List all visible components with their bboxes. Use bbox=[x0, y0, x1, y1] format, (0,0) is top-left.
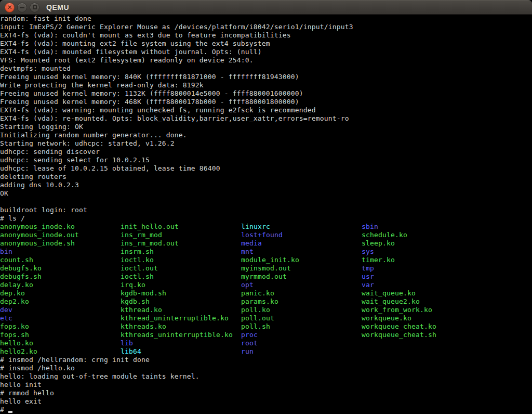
terminal-line: # rmmod hello bbox=[0, 389, 532, 397]
terminal-text-segment: # insmod /hello.ko bbox=[0, 364, 75, 372]
terminal-text-segment: EXT4-fs (vda): couldn't mount as ext3 du… bbox=[0, 31, 291, 40]
terminal-line: # insmod /hellrandom: crng init done bbox=[0, 356, 532, 364]
titlebar[interactable]: ✕ QEMU bbox=[0, 0, 532, 15]
close-icon: ✕ bbox=[7, 4, 12, 10]
terminal-text-segment: workqueue_cheat.ko bbox=[362, 322, 436, 331]
terminal-text-segment: wait_queue.ko bbox=[362, 289, 416, 297]
terminal-text-segment: # insmod /hellrandom: crng init done bbox=[0, 356, 150, 364]
terminal-text-segment: fops.sh bbox=[0, 331, 29, 339]
terminal-text-segment: params.ko bbox=[241, 297, 278, 306]
terminal-line: hello exit bbox=[0, 397, 532, 406]
terminal-text-segment: EXT4-fs (vda): mounting ext2 file system… bbox=[0, 40, 270, 48]
terminal-text-segment: panic.ko bbox=[241, 289, 274, 297]
qemu-window: ✕ QEMU random: fast init doneinput: ImEx… bbox=[0, 0, 532, 414]
terminal-text-segment: deleting routers bbox=[0, 173, 66, 181]
terminal-line: buildroot login: root bbox=[0, 206, 532, 214]
terminal-text-segment: workqueue.ko bbox=[362, 314, 411, 322]
terminal-text-segment: input: ImExPS/2 Generic Explorer Mouse a… bbox=[0, 23, 353, 31]
terminal-line: delay.koirq.kooptvar bbox=[0, 281, 532, 289]
terminal-line: VFS: Mounted root (ext2 filesystem) read… bbox=[0, 56, 532, 64]
terminal-line: hello.kolibroot bbox=[0, 339, 532, 347]
terminal-line: bininsrm.shmntsys bbox=[0, 248, 532, 256]
terminal-line: hello2.kolib64run bbox=[0, 347, 532, 356]
terminal-text-segment: run bbox=[241, 347, 254, 356]
terminal-text-segment: kgdb-mod.sh bbox=[121, 289, 166, 297]
terminal-line: devkthread.kopoll.kowork_from_work.ko bbox=[0, 306, 532, 314]
terminal-line: Starting network: udhcpc: started, v1.26… bbox=[0, 139, 532, 148]
terminal-text-segment: root bbox=[241, 339, 258, 347]
maximize-button[interactable] bbox=[30, 3, 39, 12]
terminal-line: debugfs.koioctl.outmyinsmod.outtmp bbox=[0, 264, 532, 273]
terminal-text-segment: Freeing unused kernel memory: 468K (ffff… bbox=[0, 98, 299, 106]
terminal-text-segment: etc bbox=[0, 314, 12, 322]
terminal-line: etckthread_uninterruptible.kopoll.outwor… bbox=[0, 314, 532, 322]
terminal-text-segment: timer.ko bbox=[362, 256, 395, 264]
terminal-text-segment: debugfs.ko bbox=[0, 264, 42, 273]
terminal-text-segment: delay.ko bbox=[0, 281, 33, 289]
terminal-text-segment: ins_rm_mod.out bbox=[121, 239, 179, 248]
terminal-text-segment: myrmmod.out bbox=[241, 273, 287, 281]
terminal-text-segment: udhcpc: sending select for 10.0.2.15 bbox=[0, 156, 150, 164]
terminal-text-segment: Write protecting the kernel read-only da… bbox=[0, 81, 204, 89]
terminal-cursor bbox=[8, 411, 12, 413]
terminal-text-segment: schedule.ko bbox=[362, 231, 407, 239]
terminal-text-segment: ins_rm_mod bbox=[121, 231, 162, 239]
terminal-text-segment: dev bbox=[0, 306, 12, 314]
terminal-text-segment: EXT4-fs (vda): re-mounted. Opts: block_v… bbox=[0, 114, 349, 123]
maximize-icon bbox=[33, 5, 37, 9]
terminal-text-segment: debugfs.sh bbox=[0, 273, 42, 281]
terminal-line: debugfs.shioctl.shmyrmmod.outusr bbox=[0, 273, 532, 281]
minimize-icon bbox=[20, 7, 24, 8]
terminal-text-segment: media bbox=[241, 239, 262, 248]
terminal-line: Freeing unused kernel memory: 468K (ffff… bbox=[0, 98, 532, 106]
terminal-line: udhcpc: sending select for 10.0.2.15 bbox=[0, 156, 532, 164]
terminal-text-segment: kthreads.ko bbox=[121, 322, 166, 331]
terminal-line: anonymous_inode.koinit_hello.outlinuxrcs… bbox=[0, 223, 532, 231]
terminal-text-segment: workqueue_cheat.sh bbox=[362, 331, 436, 339]
terminal-text-segment: kgdb.sh bbox=[121, 297, 150, 306]
terminal-text-segment: wait_queue2.ko bbox=[362, 297, 420, 306]
terminal-text-segment: sys bbox=[362, 248, 374, 256]
terminal-text-segment: myinsmod.out bbox=[241, 264, 291, 273]
terminal-text-segment: insrm.sh bbox=[121, 248, 154, 256]
terminal-text-segment: lib bbox=[121, 339, 133, 347]
terminal-text-segment: ioctl.out bbox=[121, 264, 158, 273]
terminal-line: hello init bbox=[0, 381, 532, 389]
terminal-line: udhcpc: lease of 10.0.2.15 obtained, lea… bbox=[0, 164, 532, 173]
close-button[interactable]: ✕ bbox=[5, 3, 15, 12]
terminal-text-segment: dep2.ko bbox=[0, 297, 29, 306]
terminal-line: deleting routers bbox=[0, 173, 532, 181]
minimize-button[interactable] bbox=[17, 3, 27, 12]
terminal-line: # insmod /hello.ko bbox=[0, 364, 532, 372]
terminal-text-segment: udhcpc: sending discover bbox=[0, 148, 100, 156]
terminal-line: devtmpfs: mounted bbox=[0, 64, 532, 73]
terminal-line bbox=[0, 198, 532, 206]
terminal-text-segment: # ls / bbox=[0, 214, 25, 223]
terminal-text-segment: # bbox=[0, 406, 8, 414]
terminal-text-segment: hello init bbox=[0, 381, 42, 389]
terminal-text-segment: Initializing random number generator... … bbox=[0, 131, 187, 139]
terminal-line: EXT4-fs (vda): mounted filesystem withou… bbox=[0, 48, 532, 56]
terminal-line: fops.shkthreads_uninterruptible.koprocwo… bbox=[0, 331, 532, 339]
terminal-text-segment: tmp bbox=[362, 264, 374, 273]
terminal-text-segment: hello.ko bbox=[0, 339, 33, 347]
terminal-text-segment: lost+found bbox=[241, 231, 283, 239]
terminal-line: random: fast init done bbox=[0, 15, 532, 23]
terminal-text-segment: EXT4-fs (vda): warning: mounting uncheck… bbox=[0, 106, 316, 114]
terminal-text-segment: sleep.ko bbox=[362, 239, 395, 248]
terminal-line: udhcpc: sending discover bbox=[0, 148, 532, 156]
terminal-line: Freeing unused kernel memory: 840K (ffff… bbox=[0, 73, 532, 81]
terminal-text-segment: proc bbox=[241, 331, 258, 339]
terminal-text-segment: random: fast init done bbox=[0, 15, 91, 23]
terminal-text-segment: usr bbox=[362, 273, 374, 281]
terminal-text-segment: # rmmod hello bbox=[0, 389, 54, 397]
terminal-text-segment: sbin bbox=[362, 223, 378, 231]
terminal-text-segment: mnt bbox=[241, 248, 254, 256]
terminal-screen[interactable]: random: fast init doneinput: ImExPS/2 Ge… bbox=[0, 15, 532, 414]
terminal-text-segment: kthreads_uninterruptible.ko bbox=[121, 331, 233, 339]
terminal-text-segment: var bbox=[362, 281, 374, 289]
terminal-text-segment: dep.ko bbox=[0, 289, 25, 297]
terminal-text-segment: init_hello.out bbox=[121, 223, 179, 231]
terminal-text-segment: Freeing unused kernel memory: 840K (ffff… bbox=[0, 73, 299, 81]
terminal-line: Initializing random number generator... … bbox=[0, 131, 532, 139]
